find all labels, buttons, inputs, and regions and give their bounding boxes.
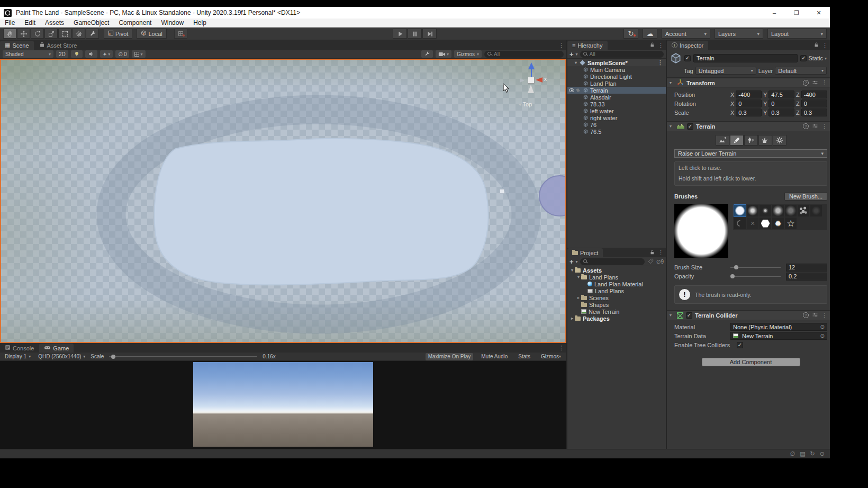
hierarchy-item-right-water[interactable]: right water [567, 114, 666, 121]
paint-terrain-tool-button[interactable] [730, 135, 744, 146]
grid-visibility-dropdown[interactable]: ▾ [132, 50, 145, 58]
scene-handle[interactable] [500, 189, 504, 194]
step-button[interactable] [422, 29, 437, 39]
create-neighbor-terrains-tool-button[interactable] [716, 135, 729, 146]
brush-solid-circle[interactable] [734, 205, 746, 216]
component-enabled-checkbox[interactable]: ✓ [687, 123, 693, 130]
stats-toggle[interactable]: Stats [516, 353, 533, 360]
brush-size-slider[interactable] [730, 267, 781, 268]
visibility-eye-icon[interactable] [569, 88, 574, 92]
gizmo-center-cube[interactable] [528, 77, 535, 84]
rotate-tool-button[interactable] [31, 29, 44, 39]
hidden-objects-toggle[interactable]: ∅0 [115, 50, 129, 58]
kebab-icon[interactable]: ⋮ [658, 249, 664, 256]
kebab-icon[interactable]: ⋮ [657, 59, 663, 66]
display-dropdown[interactable]: Display 1▾ [3, 353, 33, 360]
foldout-icon[interactable]: ▾ [670, 313, 674, 318]
transform-header[interactable]: ▾ Transform ? ⋮ [667, 78, 830, 88]
console-status-icon[interactable]: ▤ [800, 450, 805, 457]
kebab-icon[interactable]: ⋮ [822, 42, 828, 49]
foldout-icon[interactable]: ▾ [670, 124, 674, 129]
2d-toggle[interactable]: 2D [56, 50, 68, 58]
menu-window[interactable]: Window [156, 19, 188, 26]
scene-camera-dropdown[interactable]: ▾ [436, 50, 451, 58]
project-item-land-plans[interactable]: ▾Land Plans [567, 274, 666, 281]
activity-status-icon[interactable]: ⊙ [820, 450, 825, 457]
static-toggle[interactable]: ✓ Static ▾ [800, 55, 827, 61]
brush-faint-speckle[interactable] [810, 205, 822, 216]
tab-hierarchy[interactable]: ≡ Hierarchy [567, 41, 608, 50]
mute-audio-toggle[interactable]: Mute Audio [478, 353, 510, 360]
project-item-land-plan-material[interactable]: Land Plan Material [567, 281, 666, 287]
project-item-shapes[interactable]: Shapes [567, 301, 666, 308]
brush-starburst[interactable]: ✹ [772, 218, 784, 229]
grid-snap-button[interactable] [174, 29, 187, 39]
brush-scatter-dots[interactable] [798, 205, 809, 216]
terrain-component-header[interactable]: ▾ ✓ Terrain ? ⋮ [667, 121, 830, 131]
chevron-down-icon[interactable]: ▾ [825, 56, 827, 61]
tab-project[interactable]: Project [567, 248, 603, 257]
position-z-field[interactable]: -400 [801, 91, 827, 98]
tab-scene[interactable]: ▦ Scene [0, 41, 34, 50]
scene-debug-tools-button[interactable] [421, 50, 433, 58]
tab-asset-store[interactable]: Asset Store [34, 41, 82, 50]
lock-icon[interactable] [649, 42, 655, 49]
presets-icon[interactable] [812, 123, 818, 130]
menu-edit[interactable]: Edit [20, 19, 40, 26]
move-tool-button[interactable] [17, 29, 30, 39]
audio-toggle[interactable] [85, 50, 97, 58]
new-brush-button[interactable]: New Brush... [784, 192, 827, 201]
hierarchy-item-76-5[interactable]: 76.5 [567, 128, 666, 135]
axis-down-cone[interactable] [528, 85, 534, 93]
local-toggle[interactable]: Local [137, 29, 166, 39]
tag-dropdown[interactable]: Untagged▾ [695, 67, 756, 75]
project-item-assets[interactable]: ▾Assets [567, 267, 666, 274]
menu-assets[interactable]: Assets [40, 19, 69, 26]
layers-dropdown[interactable]: Layers▾ [715, 29, 763, 39]
chevron-down-icon[interactable]: ▾ [576, 52, 578, 57]
foldout-icon[interactable]: ▸ [576, 295, 581, 300]
hierarchy-item-directional-light[interactable]: Directional Light [567, 73, 666, 80]
menu-gameobject[interactable]: GameObject [69, 19, 114, 26]
layer-dropdown[interactable]: Default▾ [775, 67, 827, 75]
foldout-icon[interactable]: ▾ [576, 275, 581, 279]
paint-mode-dropdown[interactable]: Raise or Lower Terrain▾ [674, 149, 827, 158]
terrain-collider-header[interactable]: ▾ ✓ Terrain Collider ? ⋮ [667, 310, 830, 320]
help-icon[interactable]: ? [803, 123, 809, 129]
hierarchy-item-terrain[interactable]: Terrain [567, 87, 666, 94]
mute-status-icon[interactable]: ∅ [790, 450, 795, 457]
brush-star-outline[interactable]: ☆ [785, 218, 797, 229]
refresh-status-icon[interactable]: ↻ [810, 450, 815, 457]
scene-orientation-gizmo[interactable]: x ◂Top [513, 62, 551, 113]
paint-details-tool-button[interactable] [758, 135, 772, 146]
position-x-field[interactable]: -400 [736, 91, 762, 98]
minimize-button[interactable]: – [763, 7, 785, 19]
hierarchy-item-alasdair[interactable]: Alasdair [567, 94, 666, 101]
foldout-icon[interactable]: ▾ [575, 60, 580, 65]
static-checkbox[interactable]: ✓ [800, 55, 807, 61]
opacity-value[interactable]: 0.2 [786, 273, 827, 281]
hand-tool-button[interactable] [3, 29, 16, 39]
terrain-settings-tool-button[interactable] [773, 135, 786, 146]
position-y-field[interactable]: 47.5 [768, 91, 794, 98]
hierarchy-item-76[interactable]: 76 [567, 121, 666, 128]
menu-component[interactable]: Component [114, 19, 156, 26]
axis-x-cone[interactable] [536, 77, 542, 83]
brush-size-value[interactable]: 12 [786, 264, 827, 272]
create-asset-button[interactable]: + [569, 258, 574, 265]
scene-root-row[interactable]: ▾ SampleScene* ⋮ [567, 59, 666, 66]
game-gizmos-dropdown[interactable]: Gizmos▾ [538, 353, 564, 360]
pause-button[interactable] [408, 29, 422, 39]
tab-console[interactable]: Console [0, 344, 39, 353]
hierarchy-item-78-33[interactable]: 78.33 [567, 101, 666, 107]
foldout-icon[interactable]: ▸ [569, 316, 575, 321]
add-component-button[interactable]: Add Component [702, 358, 800, 366]
kebab-icon[interactable]: ⋮ [558, 345, 564, 351]
tab-game[interactable]: Game [39, 344, 74, 353]
effects-dropdown[interactable]: ✦▾ [100, 50, 113, 58]
splitter[interactable] [666, 40, 667, 449]
chevron-down-icon[interactable]: ▾ [576, 259, 578, 264]
hierarchy-search-input[interactable]: All [580, 51, 664, 58]
shading-mode-dropdown[interactable]: Shaded▾ [3, 50, 53, 58]
scale-slider[interactable] [109, 356, 257, 357]
